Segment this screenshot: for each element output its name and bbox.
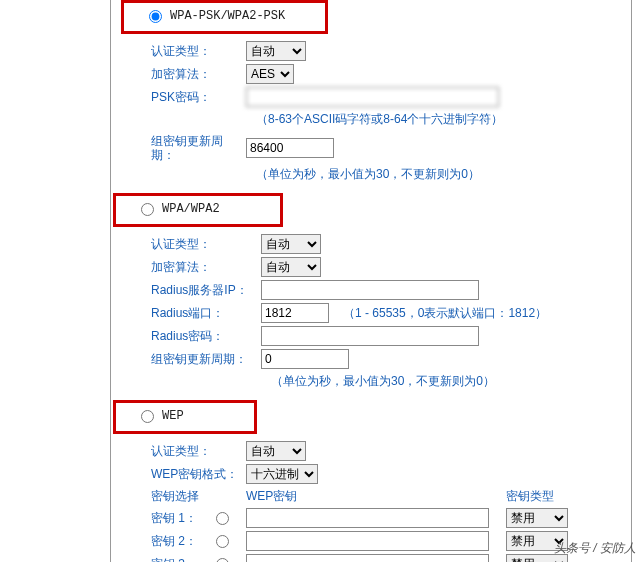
- wep-hdr-type: 密钥类型: [506, 488, 566, 505]
- psk-enc-select[interactable]: AES: [246, 64, 294, 84]
- wep-key-1-label: 密钥 1：: [151, 510, 211, 527]
- wep-key-3-radio[interactable]: [216, 558, 229, 563]
- wep-key-2-input[interactable]: [246, 531, 489, 551]
- wep-fmt-label: WEP密钥格式：: [151, 466, 246, 483]
- wpa-auth-select[interactable]: 自动: [261, 234, 321, 254]
- wep-key-1-input[interactable]: [246, 508, 489, 528]
- radio-wpa-label: WPA/WPA2: [162, 202, 220, 216]
- psk-key-input[interactable]: [246, 87, 499, 107]
- highlight-wep: WEP: [113, 400, 257, 434]
- psk-auth-label: 认证类型：: [151, 43, 246, 60]
- wpa-srvip-label: Radius服务器IP：: [151, 282, 261, 299]
- wep-hdr-select: 密钥选择: [151, 488, 246, 505]
- wep-key-3-label: 密钥 3：: [151, 556, 211, 563]
- radio-wpa-psk-label: WPA-PSK/WPA2-PSK: [170, 9, 285, 23]
- wpa-enc-label: 加密算法：: [151, 259, 261, 276]
- wep-auth-label: 认证类型：: [151, 443, 246, 460]
- wpa-srvip-input[interactable]: [261, 280, 479, 300]
- wpa-port-input[interactable]: [261, 303, 329, 323]
- psk-key-hint: （8-63个ASCII码字符或8-64个十六进制字符）: [256, 111, 621, 128]
- wpa-port-label: Radius端口：: [151, 305, 261, 322]
- radio-wep-label: WEP: [162, 409, 184, 423]
- wep-header-row: 密钥选择 WEP密钥 密钥类型: [151, 488, 621, 505]
- wpa-auth-label: 认证类型：: [151, 236, 261, 253]
- wep-auth-select[interactable]: 自动: [246, 441, 306, 461]
- settings-panel: WPA-PSK/WPA2-PSK 认证类型： 自动 加密算法： AES PSK密…: [110, 0, 632, 562]
- wep-key-row: 密钥 3： 禁用: [151, 554, 621, 562]
- wep-key-1-type[interactable]: 禁用: [506, 508, 568, 528]
- psk-gkey-hint: （单位为秒，最小值为30，不更新则为0）: [256, 166, 621, 183]
- wpa-pwd-input[interactable]: [261, 326, 479, 346]
- wep-key-2-radio[interactable]: [216, 535, 229, 548]
- wep-key-3-input[interactable]: [246, 554, 489, 562]
- psk-key-label: PSK密码：: [151, 89, 246, 106]
- highlight-wpa-psk: WPA-PSK/WPA2-PSK: [121, 0, 328, 34]
- wpa-enc-select[interactable]: 自动: [261, 257, 321, 277]
- wep-key-1-radio[interactable]: [216, 512, 229, 525]
- wpa-gkey-input[interactable]: [261, 349, 349, 369]
- wpa-port-hint: （1 - 65535，0表示默认端口：1812）: [343, 305, 547, 322]
- wep-key-2-label: 密钥 2：: [151, 533, 211, 550]
- radio-wep[interactable]: [141, 410, 154, 423]
- wpa-pwd-label: Radius密码：: [151, 328, 261, 345]
- wep-fmt-select[interactable]: 十六进制: [246, 464, 318, 484]
- watermark-text: 头条号 / 安防人: [554, 540, 636, 557]
- highlight-wpa: WPA/WPA2: [113, 193, 283, 227]
- psk-enc-label: 加密算法：: [151, 66, 246, 83]
- wpa-gkey-hint: （单位为秒，最小值为30，不更新则为0）: [271, 373, 621, 390]
- wpa-gkey-label: 组密钥更新周期：: [151, 351, 261, 368]
- psk-gkey-input[interactable]: [246, 138, 334, 158]
- psk-auth-select[interactable]: 自动: [246, 41, 306, 61]
- psk-gkey-label: 组密钥更新周期：: [151, 134, 246, 162]
- wep-hdr-key: WEP密钥: [246, 488, 506, 505]
- wep-key-row: 密钥 2： 禁用: [151, 531, 621, 551]
- radio-wpa[interactable]: [141, 203, 154, 216]
- radio-wpa-psk[interactable]: [149, 10, 162, 23]
- wep-key-row: 密钥 1： 禁用: [151, 508, 621, 528]
